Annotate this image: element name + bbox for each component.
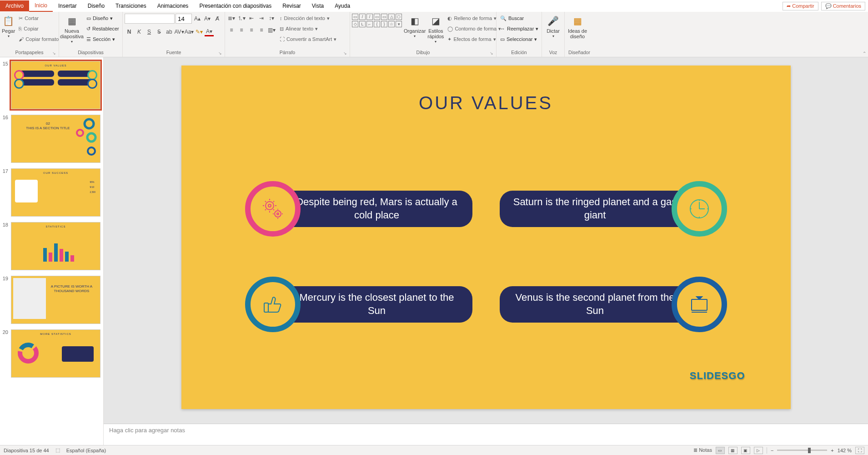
shape-outline-button[interactable]: ◯ Contorno de forma ▾	[446, 24, 503, 33]
collapse-ribbon-icon[interactable]: ⌃	[863, 51, 866, 56]
brand-logo: SLIDESGO	[690, 370, 745, 382]
gears-icon	[261, 197, 284, 220]
spell-check-icon[interactable]: ⬚	[55, 447, 60, 453]
columns-icon[interactable]: ▥▾	[267, 25, 276, 35]
italic-icon[interactable]: K	[135, 27, 144, 36]
outdent-icon[interactable]: ⇤	[247, 14, 256, 23]
shapes-gallery[interactable]: ▭//▭▭△⬡ ◇L⌐{}☆▾	[352, 14, 402, 27]
language-status[interactable]: Español (España)	[66, 448, 106, 453]
spacing-icon[interactable]: AV▾	[175, 27, 184, 36]
svg-point-9	[275, 211, 281, 217]
normal-view-icon[interactable]: ▭	[716, 447, 725, 454]
value-card-2: Saturn is the ringed planet and a gas gi…	[500, 184, 727, 234]
font-name-input[interactable]	[125, 14, 175, 24]
font-size-input[interactable]	[176, 14, 192, 24]
design-ideas-button[interactable]: ▦Ideas de diseño	[567, 14, 588, 46]
justify-icon[interactable]: ≡	[257, 25, 266, 35]
cut-button[interactable]: ✂ Cortar	[17, 14, 60, 23]
slide-canvas[interactable]: OUR VALUES Despite being red, Mars is ac…	[181, 66, 791, 409]
tab-view[interactable]: Vista	[306, 0, 329, 11]
value-card-3: Mercury is the closest planet to the Sun	[245, 279, 472, 329]
underline-icon[interactable]: S	[145, 27, 154, 36]
slideshow-view-icon[interactable]: ▷	[754, 447, 763, 454]
share-button[interactable]: ➦ Compartir	[783, 2, 818, 10]
reset-button[interactable]: ↺ Restablecer	[85, 24, 121, 33]
case-icon[interactable]: Aa▾	[185, 27, 194, 36]
zoom-slider[interactable]	[777, 450, 827, 451]
line-spacing-icon[interactable]: ↕▾	[267, 14, 276, 23]
tab-insert[interactable]: Insertar	[53, 0, 82, 11]
align-text-button[interactable]: ⊟ Alinear texto ▾	[278, 24, 338, 33]
thumbs-up-icon	[261, 293, 284, 316]
text-direction-button[interactable]: ↕ Dirección del texto ▾	[278, 14, 338, 23]
indent-icon[interactable]: ⇥	[257, 14, 266, 23]
shrink-font-icon[interactable]: A▾	[203, 14, 212, 23]
shadow-icon[interactable]: ab	[165, 27, 174, 36]
notes-pane[interactable]: Haga clic para agregar notas	[104, 424, 868, 445]
font-color-icon[interactable]: A▾	[205, 27, 214, 36]
shape-fill-button[interactable]: ◐ Relleno de forma ▾	[446, 14, 503, 23]
shape-effects-button[interactable]: ✦ Efectos de forma ▾	[446, 35, 503, 44]
svg-rect-12	[264, 303, 268, 312]
thumb-18[interactable]: STATISTICS	[11, 222, 100, 270]
dictate-button[interactable]: 🎤Dictar▾	[544, 14, 562, 46]
section-button[interactable]: ☰ Sección ▾	[85, 35, 121, 44]
reading-view-icon[interactable]: ▣	[741, 447, 750, 454]
align-left-icon[interactable]: ≡	[227, 25, 236, 35]
slide-title: OUR VALUES	[181, 66, 791, 113]
zoom-label[interactable]: 142 %	[838, 448, 852, 453]
fit-window-icon[interactable]: ⛶	[855, 447, 864, 454]
svg-point-3	[80, 144, 85, 149]
clear-format-icon[interactable]: A̸	[213, 14, 222, 23]
thumb-15[interactable]: OUR VALUES	[11, 61, 100, 109]
align-right-icon[interactable]: ≡	[247, 25, 256, 35]
select-button[interactable]: ▭ Seleccionar ▾	[498, 35, 540, 44]
svg-point-4	[88, 147, 95, 155]
thumb-19[interactable]: A PICTURE IS WORTH A THOUSAND WORDS	[11, 276, 100, 324]
layout-button[interactable]: ▭ Diseño ▾	[85, 14, 121, 23]
zoom-out-icon[interactable]: −	[771, 448, 773, 453]
bold-icon[interactable]: N	[125, 27, 134, 36]
bullets-icon[interactable]: ≣▾	[227, 14, 236, 23]
para-launcher-icon[interactable]: ↘	[343, 51, 347, 56]
board-icon	[688, 293, 711, 316]
svg-rect-13	[692, 299, 707, 310]
quick-styles-button[interactable]: ◪Estilos rápidos▾	[427, 14, 444, 46]
thumb-17[interactable]: OUR SUCCESS 95%9/102,500	[11, 168, 100, 217]
tab-home[interactable]: Inicio	[29, 0, 53, 12]
zoom-in-icon[interactable]: +	[831, 448, 833, 453]
thumb-16[interactable]: 02THIS IS A SECTION TITLE	[11, 115, 100, 163]
align-center-icon[interactable]: ≡	[237, 25, 246, 35]
notes-toggle[interactable]: ≣ Notas	[693, 447, 712, 453]
tab-animations[interactable]: Animaciones	[152, 0, 194, 11]
ribbon-tabs: Archivo Inicio Insertar Diseño Transicio…	[0, 0, 868, 12]
sorter-view-icon[interactable]: ▦	[728, 447, 738, 454]
svg-point-0	[85, 119, 94, 128]
tab-help[interactable]: Ayuda	[329, 0, 356, 11]
comments-button[interactable]: 💬 Comentarios	[821, 2, 865, 10]
tab-file[interactable]: Archivo	[0, 0, 29, 11]
value-card-4: Venus is the second planet from the Sun	[500, 279, 727, 329]
strike-icon[interactable]: S̶	[155, 27, 164, 36]
tab-slideshow[interactable]: Presentación con diapositivas	[194, 0, 277, 11]
new-slide-button[interactable]: ▦Nueva diapositiva▾	[61, 14, 83, 46]
format-painter-button[interactable]: 🖌 Copiar formato	[17, 35, 60, 44]
clipboard-launcher-icon[interactable]: ↘	[52, 51, 56, 56]
font-launcher-icon[interactable]: ↘	[218, 51, 222, 56]
draw-launcher-icon[interactable]: ↘	[490, 51, 493, 56]
grow-font-icon[interactable]: A▴	[193, 14, 202, 23]
tab-transitions[interactable]: Transiciones	[110, 0, 152, 11]
arrange-button[interactable]: ◧Organizar▾	[404, 14, 426, 46]
smartart-button[interactable]: ⛶ Convertir a SmartArt ▾	[278, 35, 338, 44]
highlight-icon[interactable]: ✎▾	[195, 27, 204, 36]
find-button[interactable]: 🔍 Buscar	[498, 14, 540, 23]
svg-point-2	[87, 133, 95, 142]
numbers-icon[interactable]: ⒈▾	[237, 14, 246, 23]
tab-review[interactable]: Revisar	[277, 0, 306, 11]
replace-button[interactable]: ↔ Reemplazar ▾	[498, 24, 540, 33]
tab-design[interactable]: Diseño	[82, 0, 110, 11]
copy-button[interactable]: ⎘ Copiar	[17, 24, 60, 33]
paste-button[interactable]: 📋Pegar▾	[2, 14, 15, 46]
thumb-20[interactable]: MORE STATISTICS	[11, 329, 100, 378]
clock-icon	[688, 197, 711, 220]
